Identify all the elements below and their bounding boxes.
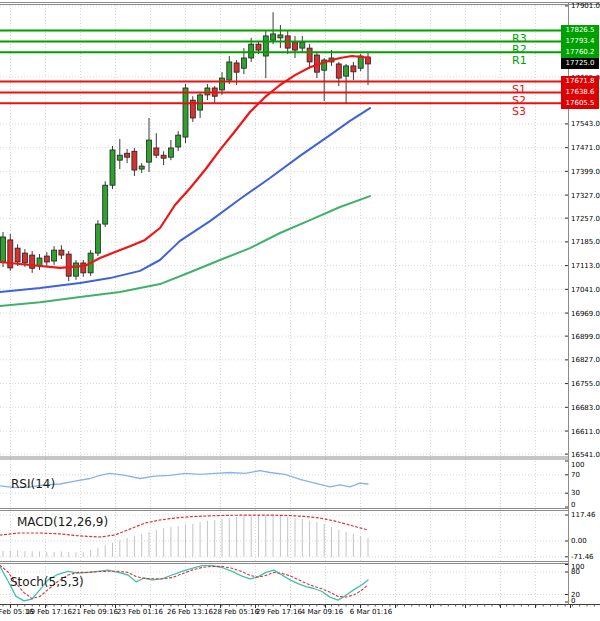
- candle-bearish: [351, 66, 356, 72]
- price-tick-label: 17901.0: [571, 2, 600, 10]
- macd-scale-label: 117.46: [571, 511, 596, 519]
- candle-bullish: [176, 135, 181, 147]
- macd-scale-label: 0.00: [571, 537, 587, 545]
- price-tick-label: 16899.0: [571, 333, 600, 341]
- candle-bearish: [154, 148, 159, 155]
- price-badge-s3: 17605.5: [561, 98, 599, 109]
- rsi-indicator-label: RSI(14): [11, 477, 55, 491]
- candle-bullish: [249, 44, 254, 58]
- price-tick-label: 17257.0: [571, 215, 600, 223]
- current-price-badge: 17725.0: [561, 58, 599, 69]
- price-badge-r3: 17826.5: [561, 25, 599, 36]
- pivot-label-s3: S3: [512, 105, 526, 118]
- price-tick-label: 17543.0: [571, 120, 600, 128]
- candle-bearish: [256, 44, 261, 50]
- candle-bullish: [300, 42, 305, 48]
- candle-bearish: [81, 263, 86, 273]
- pivot-label-r1: R1: [512, 54, 527, 67]
- candle-bullish: [278, 35, 283, 38]
- macd-scale-label: -71.46: [571, 553, 594, 561]
- price-badge-r1: 17760.2: [561, 47, 599, 58]
- price-badge-r2: 17793.4: [561, 36, 599, 47]
- price-tick-label: 17327.0: [571, 192, 600, 200]
- candle-bearish: [234, 63, 239, 72]
- price-badge-s2: 17638.6: [561, 87, 599, 98]
- stoch-indicator-label: Stoch(5,5,3): [10, 575, 84, 589]
- price-tick-label: 17185.0: [571, 238, 600, 246]
- price-tick-label: 16755.0: [571, 380, 600, 388]
- stoch-scale-label: 0: [571, 597, 575, 605]
- price-tick-label: 17113.0: [571, 262, 600, 270]
- candle-bearish: [44, 256, 49, 262]
- candle-bullish: [183, 88, 188, 137]
- trading-chart: 17685.017901.017543.017471.017399.017327…: [0, 0, 600, 621]
- rsi-scale-label: 0: [571, 501, 575, 509]
- candle-bearish: [15, 248, 20, 262]
- candle-bearish: [336, 64, 341, 78]
- time-axis-label: 4 Mar 09:16: [301, 608, 344, 616]
- time-axis-label: 29 Feb 17:16: [256, 608, 302, 616]
- candle-bullish: [139, 166, 144, 169]
- price-tick-label: 17041.0: [571, 286, 600, 294]
- candle-bullish: [74, 263, 79, 276]
- candle-bullish: [117, 155, 122, 160]
- stoch-scale-label: 80: [571, 568, 580, 576]
- candle-bearish: [293, 42, 298, 50]
- candle-bullish: [95, 224, 100, 253]
- time-axis-label: 23 Feb 01:16: [117, 608, 163, 616]
- candle-bullish: [103, 185, 108, 224]
- candle-bullish: [110, 150, 115, 185]
- price-tick-label: 16683.0: [571, 404, 600, 412]
- time-axis-label: 28 Feb 05:16: [213, 608, 259, 616]
- candle-bullish: [271, 34, 276, 40]
- price-tick-label: 16611.0: [571, 428, 600, 436]
- time-axis-label: 21 Feb 09:16: [72, 608, 118, 616]
- candle-bullish: [344, 66, 349, 76]
- candle-bearish: [125, 153, 130, 157]
- time-axis-label: 6 Mar 01:16: [350, 608, 393, 616]
- time-axis-label: 19 Feb 17:16: [26, 608, 72, 616]
- price-tick-label: 17471.0: [571, 144, 600, 152]
- candle-bullish: [147, 140, 152, 162]
- price-tick-label: 16827.0: [571, 356, 600, 364]
- rsi-scale-label: 100: [571, 461, 584, 469]
- rsi-scale-label: 70: [571, 471, 580, 479]
- candle-bullish: [227, 62, 232, 80]
- price-tick-label: 17399.0: [571, 168, 600, 176]
- candle-bullish: [220, 78, 225, 90]
- candle-bullish: [241, 58, 246, 68]
- candle-bullish: [1, 237, 6, 262]
- price-tick-label: 16541.0: [571, 451, 600, 459]
- candle-bearish: [22, 253, 27, 263]
- candle-bearish: [66, 254, 71, 276]
- candle-bearish: [161, 155, 166, 158]
- candle-bearish: [59, 250, 64, 255]
- candle-bearish: [132, 151, 137, 170]
- rsi-scale-label: 30: [571, 489, 580, 497]
- candle-bullish: [52, 250, 57, 261]
- time-axis-label: 26 Feb 13:16: [167, 608, 213, 616]
- candle-bullish: [168, 148, 173, 157]
- price-tick-label: 16969.0: [571, 310, 600, 318]
- macd-indicator-label: MACD(12,26,9): [17, 515, 108, 529]
- price-badge-s1: 17671.8: [561, 76, 599, 87]
- candle-bearish: [307, 48, 312, 62]
